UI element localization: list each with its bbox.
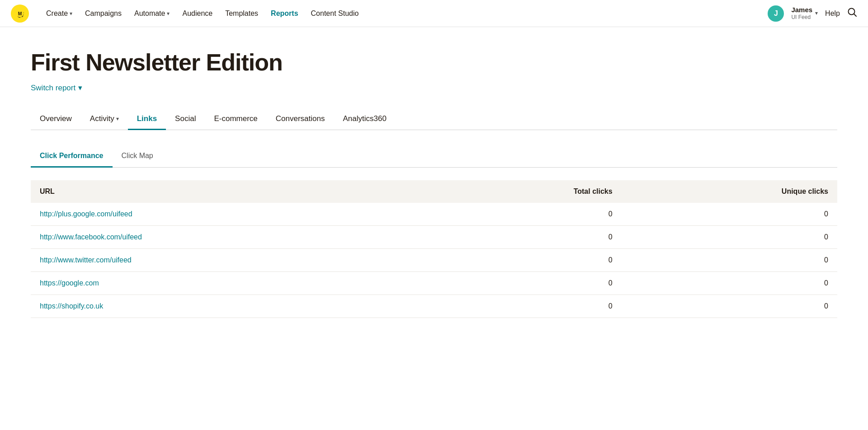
- sub-tab-click-map[interactable]: Click Map: [113, 146, 162, 168]
- cell-total-clicks: 0: [432, 226, 622, 249]
- cell-url: https://shopify.co.uk: [31, 295, 432, 318]
- cell-unique-clicks: 0: [622, 295, 837, 318]
- chevron-down-icon: ▾: [815, 10, 818, 16]
- user-sub: UI Feed: [791, 14, 812, 20]
- cell-total-clicks: 0: [432, 203, 622, 226]
- main-tab-nav: OverviewActivity ▾LinksSocialE-commerceC…: [31, 109, 837, 130]
- url-link[interactable]: http://www.facebook.com/uifeed: [40, 233, 142, 241]
- click-performance-table: URLTotal clicksUnique clicks http://plus…: [31, 180, 837, 318]
- switch-report-label: Switch report: [31, 84, 75, 93]
- table-row: http://www.twitter.com/uifeed00: [31, 249, 837, 272]
- col-header-total-clicks: Total clicks: [432, 180, 622, 203]
- nav-items: Create▾CampaignsAutomate▾AudienceTemplat…: [40, 6, 365, 21]
- search-icon[interactable]: [847, 7, 857, 19]
- sub-tabs: Click PerformanceClick Map: [31, 146, 837, 168]
- tab-activity[interactable]: Activity ▾: [81, 109, 128, 130]
- cell-url: http://www.facebook.com/uifeed: [31, 226, 432, 249]
- chevron-down-icon: ▾: [116, 116, 119, 122]
- svg-line-4: [854, 14, 856, 16]
- nav-item-campaigns[interactable]: Campaigns: [79, 6, 128, 21]
- url-link[interactable]: https://google.com: [40, 279, 99, 287]
- chevron-down-icon: ▾: [70, 10, 72, 17]
- nav-item-templates[interactable]: Templates: [219, 6, 264, 21]
- page-title: First Newsletter Edition: [31, 49, 837, 76]
- nav-item-reports[interactable]: Reports: [264, 6, 304, 21]
- chevron-down-icon: ▾: [78, 83, 82, 93]
- table-row: http://www.facebook.com/uifeed00: [31, 226, 837, 249]
- tab-links[interactable]: Links: [128, 109, 166, 130]
- table-row: http://plus.google.com/uifeed00: [31, 203, 837, 226]
- avatar[interactable]: J: [768, 5, 784, 22]
- url-link[interactable]: http://plus.google.com/uifeed: [40, 210, 132, 218]
- tab-conversations[interactable]: Conversations: [267, 109, 334, 130]
- col-header-unique-clicks: Unique clicks: [622, 180, 837, 203]
- table-row: https://shopify.co.uk00: [31, 295, 837, 318]
- cell-url: http://plus.google.com/uifeed: [31, 203, 432, 226]
- url-link[interactable]: https://shopify.co.uk: [40, 302, 103, 310]
- chevron-down-icon: ▾: [167, 10, 170, 17]
- table-header: URLTotal clicksUnique clicks: [31, 180, 837, 203]
- col-header-url: URL: [31, 180, 432, 203]
- cell-url: http://www.twitter.com/uifeed: [31, 249, 432, 272]
- nav-item-create[interactable]: Create▾: [40, 6, 79, 21]
- nav-item-automate[interactable]: Automate▾: [128, 6, 176, 21]
- url-link[interactable]: http://www.twitter.com/uifeed: [40, 256, 132, 264]
- mailchimp-logo[interactable]: M: [11, 5, 29, 23]
- tab-analytics360[interactable]: Analytics360: [334, 109, 395, 130]
- cell-total-clicks: 0: [432, 295, 622, 318]
- tab-ecommerce[interactable]: E-commerce: [205, 109, 266, 130]
- tab-overview[interactable]: Overview: [31, 109, 81, 130]
- help-link[interactable]: Help: [825, 9, 840, 18]
- cell-unique-clicks: 0: [622, 203, 837, 226]
- sub-tab-click-performance[interactable]: Click Performance: [31, 146, 113, 168]
- table-row: https://google.com00: [31, 272, 837, 295]
- nav-item-content-studio[interactable]: Content Studio: [305, 6, 365, 21]
- main-content: First Newsletter Edition Switch report ▾…: [0, 27, 868, 340]
- user-name: James: [791, 6, 812, 14]
- nav-item-audience[interactable]: Audience: [176, 6, 219, 21]
- user-menu[interactable]: James UI Feed ▾: [791, 6, 818, 20]
- cell-unique-clicks: 0: [622, 272, 837, 295]
- svg-text:M: M: [18, 11, 22, 16]
- cell-unique-clicks: 0: [622, 226, 837, 249]
- cell-url: https://google.com: [31, 272, 432, 295]
- switch-report-button[interactable]: Switch report ▾: [31, 83, 837, 93]
- tab-social[interactable]: Social: [166, 109, 205, 130]
- cell-unique-clicks: 0: [622, 249, 837, 272]
- table-body: http://plus.google.com/uifeed00http://ww…: [31, 203, 837, 318]
- nav-right: J James UI Feed ▾ Help: [768, 5, 857, 22]
- top-navigation: M Create▾CampaignsAutomate▾AudienceTempl…: [0, 0, 868, 27]
- cell-total-clicks: 0: [432, 249, 622, 272]
- cell-total-clicks: 0: [432, 272, 622, 295]
